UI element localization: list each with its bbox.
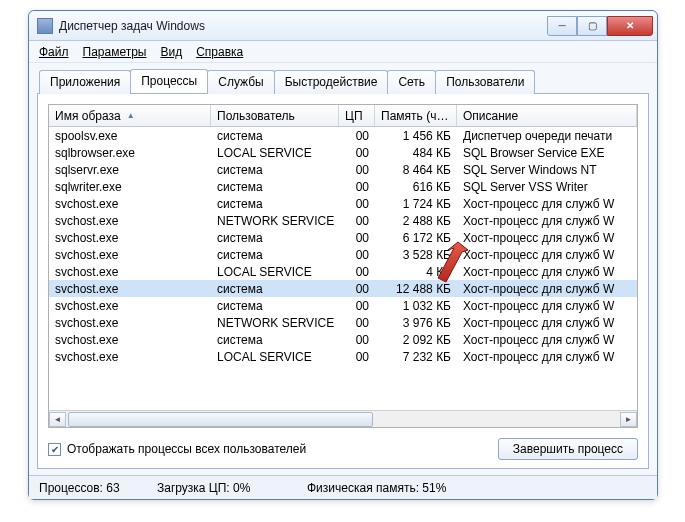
cell-image: sqlwriter.exe	[49, 180, 211, 194]
table-row[interactable]: svchost.exeсистема002 092 КБХост-процесс…	[49, 331, 637, 348]
menubar: Файл Параметры Вид Справка	[29, 41, 657, 63]
table-row[interactable]: svchost.exeLOCAL SERVICE007 232 КБХост-п…	[49, 348, 637, 365]
col-image-name[interactable]: Имя образа ▲	[49, 105, 211, 126]
cell-mem: 8 464 КБ	[375, 163, 457, 177]
cell-user: LOCAL SERVICE	[211, 146, 339, 160]
tab-performance[interactable]: Быстродействие	[274, 70, 389, 94]
menu-file[interactable]: Файл	[39, 45, 69, 59]
tab-processes[interactable]: Процессы	[130, 69, 208, 93]
tab-networking[interactable]: Сеть	[387, 70, 436, 94]
cell-user: LOCAL SERVICE	[211, 350, 339, 364]
minimize-button[interactable]: ─	[547, 16, 577, 36]
cell-image: spoolsv.exe	[49, 129, 211, 143]
menu-options[interactable]: Параметры	[83, 45, 147, 59]
cell-user: NETWORK SERVICE	[211, 316, 339, 330]
cell-user: система	[211, 248, 339, 262]
cell-desc: Хост-процесс для служб W	[457, 299, 637, 313]
scroll-right-button[interactable]: ►	[620, 412, 637, 427]
cell-mem: 3 528 КБ	[375, 248, 457, 262]
tab-users[interactable]: Пользователи	[435, 70, 535, 94]
table-row[interactable]: spoolsv.exeсистема001 456 КБДиспетчер оч…	[49, 127, 637, 144]
table-row[interactable]: svchost.exeсистема006 172 КБХост-процесс…	[49, 229, 637, 246]
tab-content: Имя образа ▲ Пользователь ЦП Память (ч… …	[37, 93, 649, 469]
table-row[interactable]: svchost.exeсистема001 032 КБХост-процесс…	[49, 297, 637, 314]
cell-desc: Хост-процесс для служб W	[457, 265, 637, 279]
table-row[interactable]: sqlbrowser.exeLOCAL SERVICE00484 КБSQL B…	[49, 144, 637, 161]
table-row[interactable]: svchost.exeNETWORK SERVICE003 976 КБХост…	[49, 314, 637, 331]
cell-cpu: 00	[339, 282, 375, 296]
cell-cpu: 00	[339, 265, 375, 279]
col-user[interactable]: Пользователь	[211, 105, 339, 126]
cell-image: svchost.exe	[49, 316, 211, 330]
cell-user: LOCAL SERVICE	[211, 265, 339, 279]
table-row[interactable]: sqlservr.exeсистема008 464 КБSQL Server …	[49, 161, 637, 178]
status-cpu: Загрузка ЦП: 0%	[157, 481, 307, 495]
process-list[interactable]: Имя образа ▲ Пользователь ЦП Память (ч… …	[48, 104, 638, 428]
col-memory[interactable]: Память (ч…	[375, 105, 457, 126]
cell-image: svchost.exe	[49, 333, 211, 347]
cell-cpu: 00	[339, 299, 375, 313]
col-image-label: Имя образа	[55, 109, 121, 123]
scroll-thumb[interactable]	[68, 412, 373, 427]
horizontal-scrollbar[interactable]: ◄ ►	[49, 410, 637, 427]
cell-mem: 1 724 КБ	[375, 197, 457, 211]
cell-image: svchost.exe	[49, 231, 211, 245]
scroll-track[interactable]	[66, 412, 620, 427]
cell-cpu: 00	[339, 316, 375, 330]
cell-cpu: 00	[339, 214, 375, 228]
table-row[interactable]: svchost.exeсистема0012 488 КБХост-процес…	[49, 280, 637, 297]
cell-user: система	[211, 282, 339, 296]
maximize-button[interactable]: ▢	[577, 16, 607, 36]
cell-desc: Хост-процесс для служб W	[457, 197, 637, 211]
table-row[interactable]: svchost.exeсистема001 724 КБХост-процесс…	[49, 195, 637, 212]
tab-applications[interactable]: Приложения	[39, 70, 131, 94]
cell-mem: 2 488 КБ	[375, 214, 457, 228]
cell-image: svchost.exe	[49, 197, 211, 211]
cell-image: svchost.exe	[49, 350, 211, 364]
list-body: spoolsv.exeсистема001 456 КБДиспетчер оч…	[49, 127, 637, 410]
table-row[interactable]: svchost.exeLOCAL SERVICE004 КБХост-проце…	[49, 263, 637, 280]
task-manager-window: Диспетчер задач Windows ─ ▢ ✕ Файл Парам…	[28, 10, 658, 500]
menu-help[interactable]: Справка	[196, 45, 243, 59]
col-cpu[interactable]: ЦП	[339, 105, 375, 126]
cell-user: система	[211, 180, 339, 194]
cell-desc: SQL Server VSS Writer	[457, 180, 637, 194]
checkbox-icon: ✔	[48, 443, 61, 456]
end-process-button[interactable]: Завершить процесс	[498, 438, 638, 460]
cell-cpu: 00	[339, 163, 375, 177]
titlebar[interactable]: Диспетчер задач Windows ─ ▢ ✕	[29, 11, 657, 41]
table-row[interactable]: svchost.exeNETWORK SERVICE002 488 КБХост…	[49, 212, 637, 229]
table-row[interactable]: sqlwriter.exeсистема00616 КБSQL Server V…	[49, 178, 637, 195]
show-all-users-checkbox[interactable]: ✔ Отображать процессы всех пользователей	[48, 442, 306, 456]
cell-cpu: 00	[339, 248, 375, 262]
cell-image: svchost.exe	[49, 282, 211, 296]
scroll-left-button[interactable]: ◄	[49, 412, 66, 427]
table-row[interactable]: svchost.exeсистема003 528 КБХост-процесс…	[49, 246, 637, 263]
cell-cpu: 00	[339, 146, 375, 160]
cell-cpu: 00	[339, 197, 375, 211]
cell-user: NETWORK SERVICE	[211, 214, 339, 228]
app-icon	[37, 18, 53, 34]
cell-mem: 2 092 КБ	[375, 333, 457, 347]
cell-desc: Хост-процесс для служб W	[457, 231, 637, 245]
col-description[interactable]: Описание	[457, 105, 637, 126]
cell-mem: 1 456 КБ	[375, 129, 457, 143]
cell-mem: 3 976 КБ	[375, 316, 457, 330]
sort-asc-icon: ▲	[127, 111, 135, 120]
cell-cpu: 00	[339, 231, 375, 245]
cell-user: система	[211, 333, 339, 347]
cell-user: система	[211, 163, 339, 177]
cell-image: svchost.exe	[49, 248, 211, 262]
bottom-controls: ✔ Отображать процессы всех пользователей…	[48, 438, 638, 460]
close-button[interactable]: ✕	[607, 16, 653, 36]
menu-view[interactable]: Вид	[160, 45, 182, 59]
cell-mem: 7 232 КБ	[375, 350, 457, 364]
cell-user: система	[211, 231, 339, 245]
cell-mem: 616 КБ	[375, 180, 457, 194]
cell-cpu: 00	[339, 350, 375, 364]
cell-desc: Хост-процесс для служб W	[457, 248, 637, 262]
tab-services[interactable]: Службы	[207, 70, 274, 94]
cell-mem: 1 032 КБ	[375, 299, 457, 313]
cell-user: система	[211, 197, 339, 211]
cell-desc: Хост-процесс для служб W	[457, 214, 637, 228]
